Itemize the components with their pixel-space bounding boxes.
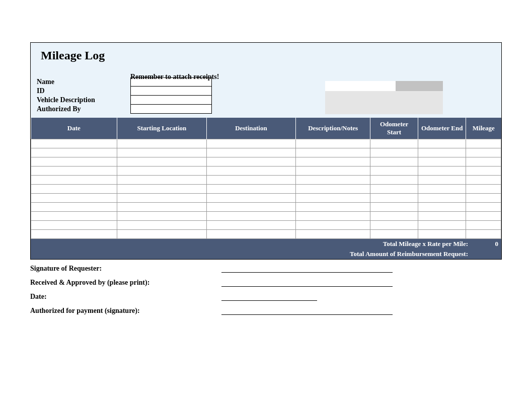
table-cell[interactable] <box>370 220 418 229</box>
table-cell[interactable] <box>418 148 466 157</box>
table-header-row: Date Starting Location Destination Descr… <box>31 118 501 139</box>
table-cell[interactable] <box>418 211 466 220</box>
table-cell[interactable] <box>31 202 117 211</box>
table-cell[interactable] <box>296 211 370 220</box>
table-cell[interactable] <box>466 193 501 202</box>
table-cell[interactable] <box>466 202 501 211</box>
table-cell[interactable] <box>418 220 466 229</box>
table-cell[interactable] <box>206 139 296 148</box>
table-cell[interactable] <box>31 175 117 184</box>
table-cell[interactable] <box>31 166 117 175</box>
table-row <box>31 166 501 175</box>
sig-approved-line[interactable] <box>221 279 393 287</box>
table-cell[interactable] <box>466 220 501 229</box>
table-cell[interactable] <box>296 166 370 175</box>
sig-payment-line[interactable] <box>221 307 393 315</box>
col-destination: Destination <box>206 118 296 139</box>
table-cell[interactable] <box>206 193 296 202</box>
table-cell[interactable] <box>418 139 466 148</box>
table-cell[interactable] <box>117 175 207 184</box>
table-cell[interactable] <box>418 229 466 238</box>
table-cell[interactable] <box>117 229 207 238</box>
sig-approved-label: Received & Approved by (please print): <box>30 279 221 287</box>
table-cell[interactable] <box>466 139 501 148</box>
table-cell[interactable] <box>370 202 418 211</box>
table-cell[interactable] <box>206 157 296 166</box>
table-cell[interactable] <box>117 220 207 229</box>
table-cell[interactable] <box>370 157 418 166</box>
table-cell[interactable] <box>370 166 418 175</box>
table-cell[interactable] <box>296 184 370 193</box>
table-row <box>31 211 501 220</box>
table-cell[interactable] <box>206 175 296 184</box>
table-cell[interactable] <box>31 157 117 166</box>
table-cell[interactable] <box>296 229 370 238</box>
table-cell[interactable] <box>466 211 501 220</box>
sig-date-line[interactable] <box>221 293 317 301</box>
sig-requester-line[interactable] <box>221 265 393 273</box>
table-cell[interactable] <box>370 211 418 220</box>
authorized-input[interactable] <box>130 105 212 114</box>
table-cell[interactable] <box>370 139 418 148</box>
table-cell[interactable] <box>370 148 418 157</box>
table-cell[interactable] <box>117 202 207 211</box>
table-cell[interactable] <box>418 157 466 166</box>
vehicle-input[interactable] <box>130 96 212 105</box>
table-cell[interactable] <box>466 148 501 157</box>
table-cell[interactable] <box>370 175 418 184</box>
page-title: Mileage Log <box>41 49 495 62</box>
table-cell[interactable] <box>31 139 117 148</box>
table-cell[interactable] <box>296 193 370 202</box>
table-cell[interactable] <box>370 229 418 238</box>
table-cell[interactable] <box>31 193 117 202</box>
table-cell[interactable] <box>370 193 418 202</box>
table-cell[interactable] <box>206 211 296 220</box>
table-cell[interactable] <box>296 175 370 184</box>
table-cell[interactable] <box>206 229 296 238</box>
table-cell[interactable] <box>370 184 418 193</box>
header-box-dark <box>396 81 443 91</box>
table-cell[interactable] <box>296 139 370 148</box>
table-cell[interactable] <box>206 202 296 211</box>
table-cell[interactable] <box>296 148 370 157</box>
table-cell[interactable] <box>117 139 207 148</box>
table-cell[interactable] <box>206 184 296 193</box>
name-label: Name <box>37 78 130 86</box>
table-cell[interactable] <box>418 166 466 175</box>
table-cell[interactable] <box>466 166 501 175</box>
table-cell[interactable] <box>296 220 370 229</box>
header-area: Mileage Log Remember to attach receipts!… <box>31 43 501 118</box>
table-cell[interactable] <box>466 157 501 166</box>
id-input[interactable] <box>130 87 212 96</box>
table-cell[interactable] <box>117 211 207 220</box>
table-cell[interactable] <box>296 202 370 211</box>
table-cell[interactable] <box>466 229 501 238</box>
table-cell[interactable] <box>206 220 296 229</box>
table-row <box>31 229 501 238</box>
table-cell[interactable] <box>418 202 466 211</box>
table-cell[interactable] <box>31 220 117 229</box>
table-cell[interactable] <box>31 229 117 238</box>
table-cell[interactable] <box>418 175 466 184</box>
table-cell[interactable] <box>31 148 117 157</box>
col-date: Date <box>31 118 117 139</box>
table-cell[interactable] <box>117 157 207 166</box>
sig-requester-label: Signature of Requester: <box>30 265 221 273</box>
table-cell[interactable] <box>206 148 296 157</box>
table-cell[interactable] <box>206 166 296 175</box>
table-cell[interactable] <box>418 193 466 202</box>
table-cell[interactable] <box>418 184 466 193</box>
table-cell[interactable] <box>117 148 207 157</box>
table-cell[interactable] <box>117 184 207 193</box>
table-cell[interactable] <box>466 184 501 193</box>
table-cell[interactable] <box>117 166 207 175</box>
table-cell[interactable] <box>466 175 501 184</box>
table-cell[interactable] <box>296 157 370 166</box>
sig-date-label: Date: <box>30 293 221 301</box>
mileage-table: Date Starting Location Destination Descr… <box>31 118 501 239</box>
header-box-white <box>325 81 396 91</box>
table-cell[interactable] <box>117 193 207 202</box>
total-mileage-row: Total Mileage x Rate per Mile: 0 <box>31 239 501 249</box>
table-cell[interactable] <box>31 211 117 220</box>
table-cell[interactable] <box>31 184 117 193</box>
